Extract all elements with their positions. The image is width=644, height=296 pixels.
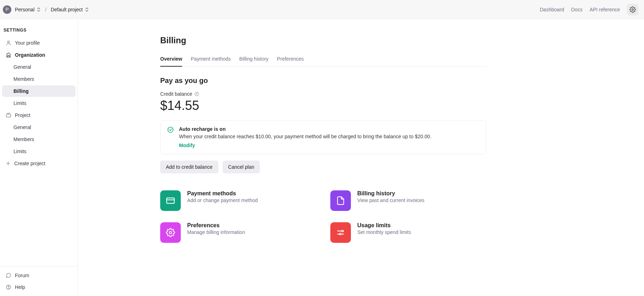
card-text: Payment methods Add or change payment me… <box>187 190 258 211</box>
document-icon <box>330 190 351 211</box>
gear-icon <box>160 222 181 243</box>
sidebar-item-label: General <box>13 64 31 70</box>
card-desc: View past and current invoices <box>357 197 425 203</box>
breadcrumb-org[interactable]: Personal <box>13 5 42 14</box>
nav-docs[interactable]: Docs <box>571 7 582 12</box>
breadcrumb-project-label: Default project <box>51 7 83 12</box>
person-icon <box>6 40 11 46</box>
card-billing-history[interactable]: Billing history View past and current in… <box>330 190 486 211</box>
info-icon[interactable] <box>194 91 199 96</box>
sidebar-item-your-profile[interactable]: Your profile <box>2 37 75 49</box>
svg-rect-2 <box>6 114 11 117</box>
sidebar-item-label: Limits <box>13 149 27 154</box>
card-desc: Manage billing information <box>187 229 245 235</box>
chevron-up-down-icon <box>85 7 89 12</box>
sidebar-item-label: Billing <box>13 88 29 94</box>
main: Billing Overview Payment methods Billing… <box>78 19 644 296</box>
card-desc: Add or change payment method <box>187 197 258 203</box>
notice-title: Auto recharge is on <box>179 126 480 132</box>
sidebar-heading: SETTINGS <box>0 28 78 37</box>
sidebar-item-label: Help <box>15 284 25 290</box>
sidebar-item-label: Forum <box>15 273 29 278</box>
tab-billing-history[interactable]: Billing history <box>239 54 268 67</box>
tab-preferences[interactable]: Preferences <box>277 54 304 67</box>
nav-api-reference[interactable]: API reference <box>589 7 620 12</box>
balance-label: Credit balance <box>160 91 192 97</box>
card-title: Usage limits <box>357 222 411 229</box>
header-nav: Dashboard Docs API reference <box>540 4 638 15</box>
nav-dashboard[interactable]: Dashboard <box>540 7 564 12</box>
sidebar-item-label: Your profile <box>15 40 40 46</box>
sidebar: SETTINGS Your profile Organization Gener… <box>0 19 78 296</box>
plus-icon <box>6 161 11 166</box>
breadcrumb-separator: / <box>44 7 47 12</box>
tab-payment-methods[interactable]: Payment methods <box>191 54 231 67</box>
chat-icon <box>6 273 11 278</box>
svg-point-0 <box>632 9 634 10</box>
sidebar-item-org-general[interactable]: General <box>2 61 75 73</box>
svg-point-4 <box>8 288 9 289</box>
top-header: P Personal / Default project Dashboard D… <box>0 0 644 19</box>
breadcrumb-project[interactable]: Default project <box>49 5 90 14</box>
button-row: Add to credit balance Cancel plan <box>160 161 486 173</box>
card-payment-methods[interactable]: Payment methods Add or change payment me… <box>160 190 316 211</box>
sidebar-item-label: Project <box>15 112 30 118</box>
sidebar-item-org-limits[interactable]: Limits <box>2 97 75 109</box>
tabs: Overview Payment methods Billing history… <box>160 54 486 67</box>
svg-point-11 <box>340 233 341 235</box>
section-title: Pay as you go <box>160 77 486 85</box>
sidebar-item-organization[interactable]: Organization <box>2 49 75 61</box>
svg-point-10 <box>342 230 343 231</box>
notice-body: Auto recharge is on When your credit bal… <box>179 126 480 148</box>
add-credit-button[interactable]: Add to credit balance <box>160 161 218 173</box>
modify-link[interactable]: Modify <box>179 143 480 148</box>
page-title: Billing <box>160 35 486 45</box>
card-usage-limits[interactable]: Usage limits Set monthly spend limits <box>330 222 486 243</box>
sidebar-item-proj-members[interactable]: Members <box>2 134 75 145</box>
sidebar-item-label: Members <box>13 136 34 142</box>
sidebar-footer: Forum Help <box>0 266 78 296</box>
sidebar-item-help[interactable]: Help <box>2 281 75 293</box>
breadcrumb: P Personal / Default project <box>3 5 90 14</box>
building-icon <box>6 52 11 58</box>
svg-point-7 <box>168 127 173 133</box>
cancel-plan-button[interactable]: Cancel plan <box>223 161 260 173</box>
sidebar-item-label: General <box>13 124 31 130</box>
sidebar-item-org-members[interactable]: Members <box>2 73 75 85</box>
sidebar-item-proj-limits[interactable]: Limits <box>2 146 75 157</box>
balance-amount: $14.55 <box>160 98 486 113</box>
card-text: Billing history View past and current in… <box>357 190 425 211</box>
auto-recharge-notice: Auto recharge is on When your credit bal… <box>160 120 486 154</box>
breadcrumb-org-label: Personal <box>15 7 34 12</box>
card-desc: Set monthly spend limits <box>357 229 411 235</box>
chevron-up-down-icon <box>37 7 41 12</box>
sidebar-item-org-billing[interactable]: Billing <box>2 85 75 97</box>
svg-point-1 <box>7 41 9 43</box>
balance-label-row: Credit balance <box>160 91 486 97</box>
sidebar-item-create-project[interactable]: Create project <box>2 158 75 169</box>
sidebar-item-forum[interactable]: Forum <box>2 270 75 281</box>
card-title: Billing history <box>357 190 425 197</box>
tab-overview[interactable]: Overview <box>160 54 182 67</box>
help-icon <box>6 284 11 290</box>
card-text: Usage limits Set monthly spend limits <box>357 222 411 243</box>
cards-grid: Payment methods Add or change payment me… <box>160 190 486 243</box>
sidebar-item-label: Create project <box>14 161 45 166</box>
avatar[interactable]: P <box>3 5 11 14</box>
spacer <box>0 169 78 266</box>
briefcase-icon <box>6 112 11 118</box>
settings-button[interactable] <box>627 4 638 15</box>
sidebar-item-label: Organization <box>15 52 45 58</box>
layout: SETTINGS Your profile Organization Gener… <box>0 19 644 296</box>
sidebar-item-proj-general[interactable]: General <box>2 122 75 133</box>
card-title: Payment methods <box>187 190 258 197</box>
sidebar-item-project[interactable]: Project <box>2 110 75 121</box>
sidebar-item-label: Limits <box>13 100 27 106</box>
card-text: Preferences Manage billing information <box>187 222 245 243</box>
svg-point-9 <box>169 231 172 234</box>
svg-point-6 <box>197 93 197 93</box>
card-preferences[interactable]: Preferences Manage billing information <box>160 222 316 243</box>
gear-icon <box>629 6 636 13</box>
notice-desc: When your credit balance reaches $10.00,… <box>179 133 480 140</box>
sliders-icon <box>330 222 351 243</box>
